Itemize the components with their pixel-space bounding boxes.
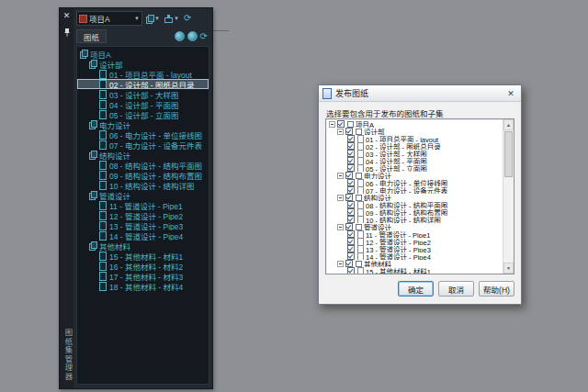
dialog-tree-row[interactable]: 结构设计 xyxy=(327,194,503,201)
checkbox[interactable] xyxy=(347,150,355,157)
panel-tree-row[interactable]: 04 - 设计部 - 平面图 xyxy=(77,99,209,109)
expander-icon[interactable] xyxy=(337,173,344,179)
dialog-title-bar[interactable]: 发布图纸 ✕ xyxy=(319,85,521,102)
scrollbar-thumb[interactable] xyxy=(504,131,513,177)
ok-button[interactable]: 确定 xyxy=(398,281,434,297)
panel-tree-row[interactable]: 14 - 管道设计 - Pipe4 xyxy=(77,230,209,241)
expander-icon[interactable] xyxy=(337,195,344,201)
checkbox[interactable] xyxy=(347,164,355,172)
project-dropdown[interactable]: 项目A ▼ xyxy=(76,11,142,26)
dialog-tree-row[interactable]: 03 - 设计部 - 大样图 xyxy=(327,150,503,157)
checkbox[interactable] xyxy=(347,252,355,260)
dialog-tree-row[interactable]: 04 - 设计部 - 平面图 xyxy=(327,157,503,164)
panel-tree-row[interactable]: 10 - 结构设计 - 结构详图 xyxy=(77,180,209,190)
checkbox[interactable] xyxy=(347,142,355,150)
panel-tree-row[interactable]: 17 - 其他材料 - 材料3 xyxy=(77,271,209,281)
cancel-button[interactable]: 取消 xyxy=(438,281,474,297)
sheet-label: 18 - 其他材料 - 材料4 xyxy=(109,281,183,291)
panel-tree-row[interactable]: 12 - 管道设计 - Pipe2 xyxy=(77,210,209,220)
pin-icon[interactable] xyxy=(63,25,71,41)
panel-tree-row[interactable]: 08 - 结构设计 - 结构平面图 xyxy=(77,160,209,170)
dialog-tree-row[interactable]: 15 - 其他材料 - 材料1 xyxy=(327,267,503,274)
dialog-tree-row[interactable]: 01 - 项目总平面 - layout xyxy=(327,135,503,142)
expander-icon[interactable] xyxy=(337,129,344,135)
dialog-tree-row[interactable]: 06 - 电力设计 - 单位接线图 xyxy=(327,179,503,186)
dialog-tree-row[interactable]: 11 - 管道设计 - Pipe1 xyxy=(327,230,503,238)
tab-sheets[interactable]: 图纸 xyxy=(76,29,107,43)
checkbox[interactable] xyxy=(347,157,355,164)
panel-tree-row[interactable]: 02 - 设计部 - 图纸总目录 xyxy=(77,79,209,89)
dialog-tree-row[interactable]: 项目A xyxy=(327,120,503,128)
dialog-tree-row[interactable]: 电力设计 xyxy=(327,172,503,179)
checkbox[interactable] xyxy=(347,135,355,142)
sheet-label: 13 - 管道设计 - Pipe3 xyxy=(366,245,431,252)
panel-tree-row[interactable]: 01 - 项目总平面 - layout xyxy=(77,69,209,79)
scroll-up-icon[interactable]: ▲ xyxy=(503,119,514,130)
dialog-tree-row[interactable]: 其他材料 xyxy=(327,260,503,267)
palette-title-strip[interactable]: ✕ 图纸集管理器 xyxy=(60,8,74,388)
dialog-tree-row[interactable]: 09 - 结构设计 - 结构布置图 xyxy=(327,208,503,216)
checkbox[interactable] xyxy=(347,201,355,208)
expander-icon[interactable] xyxy=(337,224,344,230)
checkbox[interactable] xyxy=(337,120,345,128)
panel-tree-row[interactable]: 项目A xyxy=(77,49,209,59)
checkbox[interactable] xyxy=(347,208,355,216)
help-button[interactable]: 帮助(H) xyxy=(479,281,514,297)
details-toggle-icon[interactable] xyxy=(187,31,198,41)
panel-tree-row[interactable]: 05 - 设计部 - 立面图 xyxy=(77,109,209,119)
dialog-tree-row[interactable]: 管道设计 xyxy=(327,223,503,230)
panel-tree-row[interactable]: 06 - 电力设计 - 单位接线图 xyxy=(77,129,209,140)
checkbox[interactable] xyxy=(347,230,355,238)
dialog-tree-row[interactable]: 14 - 管道设计 - Pipe4 xyxy=(327,252,503,260)
checkbox[interactable] xyxy=(345,194,353,201)
publish-sheets-dialog: 发布图纸 ✕ 选择要包含用于发布的图纸和子集 项目A设计部01 - 项目总平面 … xyxy=(318,84,522,305)
close-icon[interactable]: ✕ xyxy=(504,89,517,98)
checkbox[interactable] xyxy=(345,223,353,230)
panel-tree-row[interactable]: 11 - 管道设计 - Pipe1 xyxy=(77,200,209,210)
checkbox[interactable] xyxy=(347,216,355,223)
preview-toggle-icon[interactable] xyxy=(175,31,185,41)
panel-tree-row[interactable]: 设计部 xyxy=(77,59,209,69)
panel-tree-row[interactable]: 07 - 电力设计 - 设备元件表 xyxy=(77,140,209,150)
refresh-icon[interactable]: ⟳ xyxy=(200,32,208,41)
checkbox[interactable] xyxy=(347,186,355,194)
panel-tree-row[interactable]: 16 - 其他材料 - 材料2 xyxy=(77,261,209,271)
dialog-tree-row[interactable]: 08 - 结构设计 - 结构平面图 xyxy=(327,201,503,208)
checkbox[interactable] xyxy=(347,245,355,252)
subset-icon xyxy=(89,191,96,199)
checkbox[interactable] xyxy=(345,260,353,267)
panel-tree-row[interactable]: 管道设计 xyxy=(77,190,209,200)
panel-tree-row[interactable]: 03 - 设计部 - 大样图 xyxy=(77,89,209,99)
dialog-tree-row[interactable]: 12 - 管道设计 - Pipe2 xyxy=(327,238,503,245)
dialog-tree-row[interactable]: 10 - 结构设计 - 结构详图 xyxy=(327,216,503,223)
sheet-selections-button[interactable]: ▼ xyxy=(164,12,180,25)
sheet-icon xyxy=(357,135,364,142)
publish-menu-button[interactable]: ▼ xyxy=(145,12,161,25)
expander-icon[interactable] xyxy=(329,121,335,128)
checkbox[interactable] xyxy=(345,172,353,179)
panel-tree-row[interactable]: 其他材料 xyxy=(77,241,209,251)
sheet-icon xyxy=(99,282,107,291)
vertical-scrollbar[interactable]: ▲ ▼ xyxy=(503,119,514,274)
checkbox[interactable] xyxy=(347,238,355,245)
sheet-icon xyxy=(99,211,107,220)
scroll-down-icon[interactable]: ▼ xyxy=(503,263,514,274)
checkbox[interactable] xyxy=(347,179,355,186)
panel-tree-row[interactable]: 13 - 管道设计 - Pipe3 xyxy=(77,220,209,230)
panel-tree-row[interactable]: 15 - 其他材料 - 材料1 xyxy=(77,251,209,261)
panel-tree-row[interactable]: 09 - 结构设计 - 结构布置图 xyxy=(77,170,209,180)
scrollbar-track[interactable] xyxy=(503,178,514,263)
panel-tree-row[interactable]: 电力设计 xyxy=(77,119,209,129)
dialog-tree-row[interactable]: 07 - 电力设计 - 设备元件表 xyxy=(327,186,503,194)
close-icon[interactable]: ✕ xyxy=(63,12,71,20)
dialog-tree-row[interactable]: 设计部 xyxy=(327,128,503,135)
panel-tree-row[interactable]: 结构设计 xyxy=(77,150,209,160)
checkbox[interactable] xyxy=(347,267,355,274)
checkbox[interactable] xyxy=(345,128,353,135)
dialog-tree-row[interactable]: 02 - 设计部 - 图纸总目录 xyxy=(327,142,503,150)
dialog-tree-row[interactable]: 05 - 设计部 - 立面图 xyxy=(327,164,503,172)
refresh-button[interactable]: ⟳ xyxy=(183,12,192,25)
panel-tree-row[interactable]: 18 - 其他材料 - 材料4 xyxy=(77,281,209,291)
expander-icon[interactable] xyxy=(337,261,344,267)
dialog-tree-row[interactable]: 13 - 管道设计 - Pipe3 xyxy=(327,245,503,252)
